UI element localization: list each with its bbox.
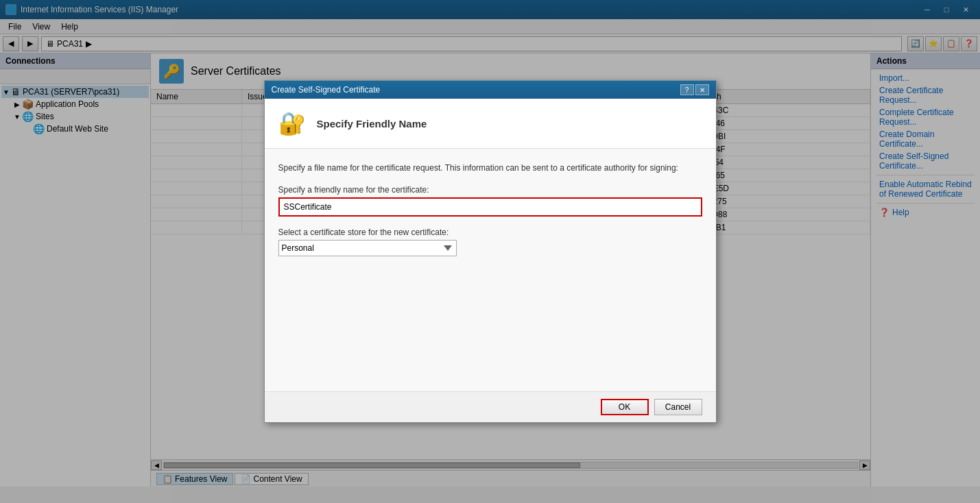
- modal-titlebar-controls: ? ✕: [680, 84, 709, 95]
- modal-close-btn[interactable]: ✕: [695, 84, 709, 95]
- store-select-label: Select a certificate store for the new c…: [278, 228, 702, 237]
- certificate-store-select[interactable]: Personal Web Hosting: [278, 240, 457, 256]
- modal-header: 🔐 Specify Friendly Name: [265, 99, 716, 149]
- modal-overlay: Create Self-Signed Certificate ? ✕ 🔐 Spe…: [0, 0, 980, 487]
- cancel-button[interactable]: Cancel: [654, 399, 702, 415]
- modal-body: Specify a file name for the certificate …: [265, 149, 716, 391]
- friendly-name-label: Specify a friendly name for the certific…: [278, 185, 702, 195]
- ok-button[interactable]: OK: [601, 399, 649, 415]
- modal-description: Specify a file name for the certificate …: [278, 162, 702, 174]
- modal-header-title: Specify Friendly Name: [317, 118, 427, 130]
- create-selfsigned-modal: Create Self-Signed Certificate ? ✕ 🔐 Spe…: [264, 80, 717, 423]
- modal-footer: OK Cancel: [265, 391, 716, 422]
- friendly-name-input[interactable]: [278, 197, 702, 217]
- modal-titlebar: Create Self-Signed Certificate ? ✕: [265, 81, 716, 99]
- modal-help-btn[interactable]: ?: [680, 84, 694, 95]
- modal-title: Create Self-Signed Certificate: [272, 85, 381, 95]
- modal-header-icon: 🔐: [276, 107, 309, 140]
